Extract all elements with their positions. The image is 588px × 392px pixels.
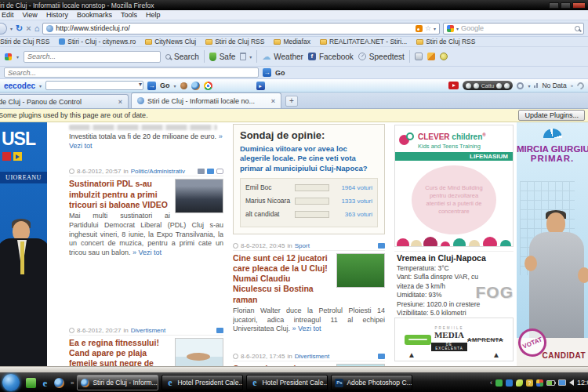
refresh-icon[interactable]: ↻: [16, 24, 23, 33]
new-tab-button[interactable]: +: [285, 96, 298, 107]
amprenta-logo[interactable]: AMPRENTA: [467, 336, 503, 343]
toolbar-logo-icon[interactable]: [5, 53, 12, 60]
addon-search-button[interactable]: Search: [165, 53, 199, 61]
volume-icon[interactable]: [569, 379, 574, 386]
search-icon[interactable]: [575, 26, 580, 31]
category-link[interactable]: Sport: [295, 242, 310, 249]
bookmark-item[interactable]: Stiri de Cluj RSS: [205, 38, 264, 45]
chevron-down-icon[interactable]: ▾: [528, 83, 530, 89]
minimize-button[interactable]: [549, 2, 559, 9]
youtube-icon[interactable]: [448, 82, 459, 89]
menu-bookmarks[interactable]: Bookmarks: [77, 11, 112, 19]
safe-button[interactable]: Safe: [209, 53, 236, 61]
usl-ad-banner[interactable]: USL UIOREANU: [0, 122, 47, 366]
firefox-icon[interactable]: [191, 82, 200, 90]
carousel-prev-icon[interactable]: ▲: [408, 350, 416, 359]
tab-close-icon[interactable]: ×: [271, 97, 275, 105]
menu-view[interactable]: View: [23, 11, 38, 19]
codec-go-button[interactable]: Go: [160, 82, 170, 89]
player-volume-icon[interactable]: [504, 83, 510, 89]
tray-app-icon[interactable]: [506, 379, 513, 387]
chrome-icon[interactable]: [204, 82, 212, 90]
bookmark-item[interactable]: Stiri de Cluj RSS: [0, 38, 49, 45]
battery-icon[interactable]: [546, 380, 555, 386]
monkey-icon[interactable]: [180, 82, 187, 89]
bookmark-item[interactable]: Mediafax: [274, 38, 310, 45]
player-play-icon[interactable]: [474, 83, 479, 89]
menu-help[interactable]: Help: [146, 11, 161, 19]
highlight-icon[interactable]: [440, 53, 448, 60]
browser-search-placeholder[interactable]: Google: [461, 24, 572, 32]
article-thumbnail[interactable]: [336, 253, 385, 288]
addon-search-input[interactable]: [24, 51, 161, 63]
partner-badge-icon[interactable]: [405, 335, 431, 345]
menu-tools[interactable]: Tools: [121, 11, 137, 19]
speedtest-button[interactable]: Speedtest: [358, 53, 405, 61]
media-player-icon[interactable]: ▸: [256, 82, 265, 90]
firefox-icon[interactable]: [54, 378, 64, 388]
go-arrow-icon[interactable]: →: [263, 68, 271, 77]
bookmark-item[interactable]: REALITATEA.NET - Stiri...: [320, 38, 407, 45]
player-next-icon[interactable]: [496, 83, 502, 89]
maximize-button[interactable]: [561, 2, 571, 9]
player-prev-icon[interactable]: [466, 83, 471, 89]
taskbar-button-ie-2[interactable]: e Hotel President Cale...: [246, 375, 328, 390]
tab-panou-de-control[interactable]: Stiri de Cluj - Panou de Control ×: [0, 94, 129, 108]
codec-combobox[interactable]: [45, 81, 143, 90]
taskbar-clock[interactable]: 12:0: [577, 379, 588, 387]
quicklaunch-app-icon[interactable]: [26, 378, 36, 388]
chevron-down-icon[interactable]: ▾: [39, 83, 42, 89]
tab-close-icon[interactable]: ×: [118, 98, 122, 106]
right-ad-banner[interactable]: MIRCIA GIURGIU PRIMAR. VOTAT CANDIDAT: [517, 122, 588, 366]
quicklaunch-overflow-icon[interactable]: »: [71, 379, 74, 387]
start-button[interactable]: [2, 374, 20, 391]
back-forward-button[interactable]: [0, 23, 7, 34]
pencil-icon[interactable]: [427, 53, 435, 60]
update-plugins-button[interactable]: Update Plugins...: [518, 110, 585, 121]
carousel-next-icon[interactable]: ▲: [492, 350, 500, 359]
bookmark-item[interactable]: CityNews Cluj: [145, 38, 196, 45]
secondary-search-input[interactable]: [4, 67, 259, 78]
taskbar-button-firefox[interactable]: Stiri de Cluj - Inform...: [77, 375, 158, 390]
clever-children-ad[interactable]: CLEVER children® Kids and Teens Training…: [394, 125, 514, 247]
display-icon[interactable]: [558, 379, 566, 386]
premiile-media-logo[interactable]: PREMIILE MEDIA DE EXCELENTA: [431, 327, 467, 352]
toolbar-dropdown-icon[interactable]: ▾: [16, 54, 19, 60]
bookmark-item[interactable]: Stiri de Cluj RSS: [416, 38, 475, 45]
bookmark-star-icon[interactable]: ☆: [425, 24, 431, 32]
menu-history[interactable]: History: [46, 11, 68, 19]
tray-expand-icon[interactable]: ‹: [490, 379, 492, 387]
home-icon[interactable]: ⌂: [34, 24, 40, 33]
google-logo-icon[interactable]: [447, 25, 454, 32]
bookmark-item[interactable]: Stiri - Cluj - citynews.ro: [59, 38, 136, 45]
category-link[interactable]: Divertisment: [295, 353, 329, 360]
wrench-icon[interactable]: [575, 81, 586, 91]
category-link[interactable]: Politic/Administrativ: [131, 168, 185, 175]
menu-edit[interactable]: Edit: [2, 11, 14, 19]
poll-option[interactable]: Emil Boc 1964 voturi: [245, 183, 372, 191]
go-arrow-icon[interactable]: →: [147, 82, 156, 90]
chevron-down-icon[interactable]: ▾: [174, 83, 176, 89]
article-thumbnail[interactable]: [336, 364, 385, 366]
chevron-right-icon[interactable]: »: [571, 83, 573, 88]
tray-leaf-icon[interactable]: [516, 379, 523, 387]
url-bar[interactable]: http://www.stiridecluj.ro/ ☆ ▾: [42, 23, 440, 34]
facebook-button[interactable]: fFacebook: [308, 53, 354, 61]
tray-app-icon[interactable]: [536, 379, 543, 387]
trash-button[interactable]: ▾: [240, 53, 252, 60]
tray-help-icon[interactable]: ?: [526, 379, 533, 387]
vezi-tot-link[interactable]: » Vezi tot: [132, 249, 162, 256]
vezi-tot-link[interactable]: » Vezi tot: [292, 325, 321, 332]
tray-app-icon[interactable]: [495, 379, 503, 387]
rss-icon[interactable]: [416, 25, 423, 32]
browser-search-box[interactable]: ▾ Google: [443, 23, 584, 34]
weather-button[interactable]: ☁Weather: [262, 52, 303, 62]
radio-player[interactable]: Cattu: [463, 81, 514, 90]
article-thumbnail[interactable]: [175, 338, 223, 366]
category-link[interactable]: Divertisment: [131, 327, 165, 334]
taskbar-button-ie-1[interactable]: e Hotel President Cale...: [162, 375, 243, 390]
engine-dropdown-icon[interactable]: ▾: [456, 26, 459, 31]
url-text[interactable]: http://www.stiridecluj.ro/: [56, 24, 413, 32]
tab-stiri-de-cluj[interactable]: Stiri de Cluj - Informatii locale no... …: [131, 93, 281, 108]
taskbar-button-photoshop[interactable]: Ps Adobe Photoshop C...: [331, 375, 412, 390]
